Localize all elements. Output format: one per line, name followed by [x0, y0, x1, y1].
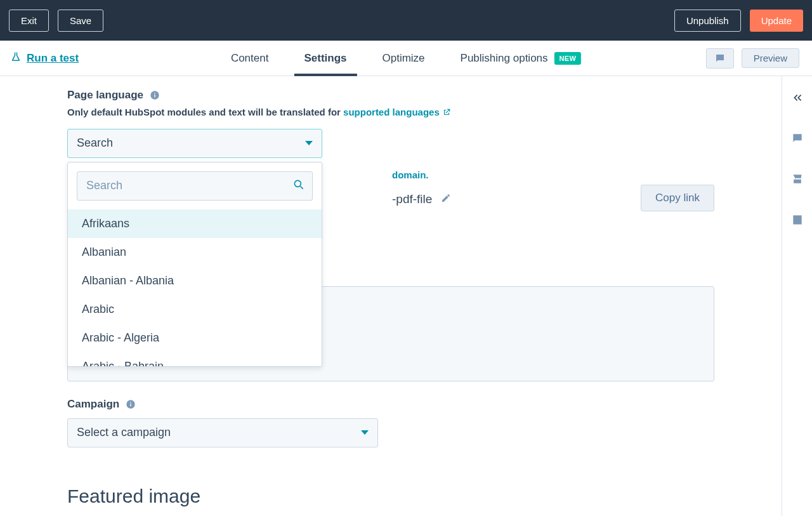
pencil-icon[interactable] — [441, 193, 451, 206]
external-link-icon — [442, 108, 451, 117]
page-language-helper: Only default HubSpot modules and text wi… — [67, 105, 714, 120]
tab-publishing[interactable]: Publishing options NEW — [461, 41, 582, 76]
behind-domain-text: domain. — [392, 169, 429, 181]
dropdown-item[interactable]: Albanian - Albania — [68, 267, 322, 295]
store-rail-icon[interactable] — [791, 173, 804, 185]
dropdown-item[interactable]: Albanian — [68, 238, 322, 267]
update-button[interactable]: Update — [750, 10, 803, 32]
svg-point-4 — [797, 137, 798, 138]
tab-settings[interactable]: Settings — [304, 41, 346, 76]
language-select[interactable]: Search — [67, 129, 322, 158]
new-badge: NEW — [554, 52, 582, 65]
language-select-value: Search — [77, 136, 113, 150]
dropdown-item[interactable]: Arabic - Algeria — [68, 324, 322, 352]
chat-icon — [714, 53, 726, 64]
subnav-tabs: Content Settings Optimize Publishing opt… — [231, 41, 581, 76]
page-language-label-text: Page language — [67, 89, 143, 102]
campaign-select-value: Select a campaign — [77, 426, 171, 439]
helper-prefix: Only default HubSpot modules and text wi… — [67, 107, 343, 117]
tab-publishing-label: Publishing options — [461, 52, 548, 65]
dropdown-search-wrap — [68, 162, 322, 209]
copy-link-button[interactable]: Copy link — [641, 185, 714, 211]
supported-languages-link[interactable]: supported languages — [343, 105, 451, 120]
topbar: Exit Save Unpublish Update — [0, 0, 812, 41]
svg-rect-14 — [131, 403, 131, 406]
collapse-icon[interactable] — [791, 91, 804, 104]
svg-point-5 — [798, 137, 799, 138]
content-area: Page language Only default HubSpot modul… — [0, 76, 782, 516]
chevron-down-icon — [361, 430, 369, 435]
language-select-wrap: Search Afrikaans — [67, 129, 322, 158]
campaign-label: Campaign — [67, 398, 714, 411]
exit-button[interactable]: Exit — [9, 10, 49, 32]
dropdown-item[interactable]: Arabic — [68, 295, 322, 324]
campaign-select[interactable]: Select a campaign — [67, 418, 378, 447]
info-icon[interactable] — [150, 90, 160, 100]
flask-icon — [10, 51, 22, 65]
campaign-section: Campaign Select a campaign — [67, 398, 714, 447]
search-icon — [292, 178, 305, 194]
unpublish-button[interactable]: Unpublish — [674, 10, 741, 32]
svg-rect-10 — [154, 93, 155, 93]
subnav-left: Run a test — [0, 51, 79, 65]
calendar-rail-icon[interactable] — [791, 213, 804, 226]
url-fragment: -pdf-file — [392, 192, 432, 206]
svg-point-11 — [294, 180, 301, 187]
chat-rail-icon[interactable] — [791, 132, 804, 145]
run-test-link[interactable]: Run a test — [27, 52, 79, 65]
right-rail — [782, 76, 812, 516]
svg-line-12 — [301, 186, 303, 189]
tab-optimize[interactable]: Optimize — [382, 41, 424, 76]
behind-url-row: -pdf-file — [392, 192, 451, 206]
search-input[interactable] — [77, 171, 313, 201]
page-language-label: Page language — [67, 89, 714, 102]
dropdown-item[interactable]: Afrikaans — [68, 209, 322, 238]
featured-image-heading: Featured image — [67, 486, 714, 507]
preview-button[interactable]: Preview — [742, 48, 799, 68]
supported-languages-text: supported languages — [343, 105, 440, 120]
save-button[interactable]: Save — [58, 10, 103, 32]
svg-point-2 — [721, 56, 722, 58]
campaign-select-wrap: Select a campaign — [67, 418, 378, 447]
language-dropdown: Afrikaans Albanian Albanian - Albania Ar… — [67, 162, 322, 367]
copy-link-wrap: Copy link — [641, 185, 714, 211]
svg-rect-15 — [131, 402, 131, 402]
info-icon[interactable] — [126, 399, 136, 409]
dropdown-item[interactable]: Arabic - Bahrain — [68, 352, 322, 366]
topbar-left: Exit Save — [9, 10, 103, 32]
chevron-down-icon — [305, 141, 313, 145]
subnav: Run a test Content Settings Optimize Pub… — [0, 41, 812, 76]
dropdown-search-field — [77, 171, 313, 201]
subnav-right: Preview — [706, 48, 812, 69]
campaign-label-text: Campaign — [67, 398, 119, 411]
domain-fragment: domain. — [392, 169, 429, 180]
content-inner: Page language Only default HubSpot modul… — [67, 76, 714, 516]
tab-content[interactable]: Content — [231, 41, 269, 76]
dropdown-list: Afrikaans Albanian Albanian - Albania Ar… — [68, 209, 322, 366]
svg-point-1 — [719, 56, 721, 58]
svg-point-3 — [795, 137, 796, 138]
svg-rect-9 — [154, 95, 155, 98]
language-select-area: Search Afrikaans — [67, 129, 714, 158]
svg-point-0 — [718, 56, 719, 58]
comment-button[interactable] — [706, 48, 734, 69]
topbar-right: Unpublish Update — [674, 10, 803, 32]
